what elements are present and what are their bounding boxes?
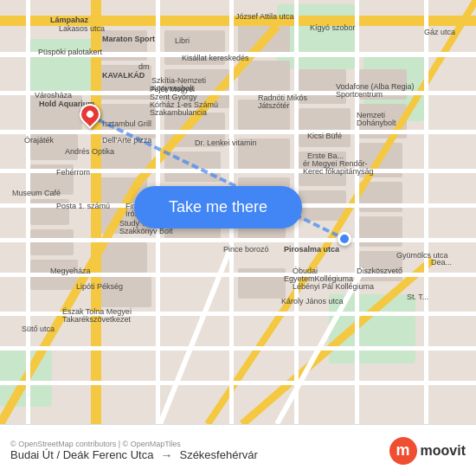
svg-rect-34 (299, 108, 351, 147)
svg-rect-7 (30, 134, 78, 160)
svg-rect-29 (238, 138, 290, 173)
route-to: Székesfehérvár (179, 448, 257, 461)
svg-rect-50 (0, 52, 476, 57)
svg-rect-19 (100, 277, 151, 307)
svg-rect-15 (100, 143, 151, 173)
take-me-there-button[interactable]: Take me there (134, 186, 302, 228)
copyright-text: © OpenStreetMap contributors | © OpenMap… (10, 440, 258, 448)
pin-circle (75, 100, 105, 129)
svg-rect-59 (0, 381, 476, 385)
location-pin (80, 104, 100, 125)
destination-dot (338, 232, 351, 246)
map-container: Lámpahaz Lakasos utca Maraton Sport Libr… (0, 0, 476, 424)
route-info: Budai Út / Deák Ferenc Utca → Székesfehé… (10, 448, 258, 462)
svg-rect-64 (355, 0, 359, 424)
svg-rect-44 (91, 0, 101, 424)
svg-rect-6 (26, 95, 82, 130)
moovit-icon: m (389, 437, 417, 465)
moovit-text: moovit (421, 443, 466, 459)
svg-rect-52 (0, 130, 476, 134)
pin-inner (85, 109, 94, 119)
svg-rect-43 (0, 16, 476, 26)
svg-rect-57 (0, 312, 476, 316)
svg-rect-58 (0, 346, 476, 351)
svg-rect-18 (100, 242, 147, 273)
svg-rect-1 (26, 39, 95, 91)
route-arrow-icon: → (160, 448, 172, 462)
bottom-left-info: © OpenStreetMap contributors | © OpenMap… (10, 440, 258, 462)
svg-rect-9 (30, 199, 69, 225)
svg-rect-33 (299, 69, 346, 104)
svg-rect-53 (0, 169, 476, 173)
route-from: Budai Út / Deák Ferenc Utca (10, 448, 153, 461)
svg-rect-60 (26, 0, 30, 424)
svg-rect-51 (0, 91, 476, 95)
moovit-logo: m moovit (389, 437, 466, 465)
svg-rect-20 (164, 30, 225, 65)
svg-rect-28 (238, 100, 290, 134)
bottom-bar: © OpenStreetMap contributors | © OpenMap… (0, 424, 476, 476)
svg-rect-56 (0, 273, 476, 277)
svg-rect-65 (424, 0, 428, 424)
svg-rect-55 (0, 238, 476, 242)
